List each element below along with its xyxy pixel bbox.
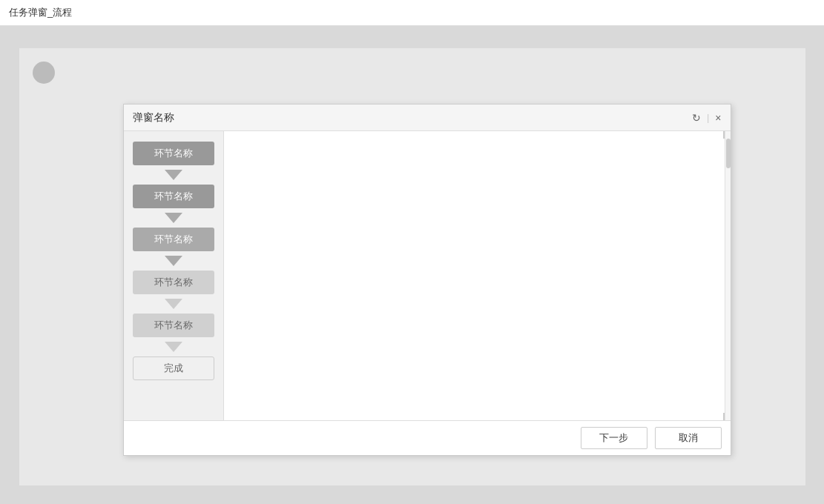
step-complete-button[interactable]: 完成 — [133, 357, 214, 380]
step-1-button[interactable]: 环节名称 — [133, 142, 214, 165]
dialog-header: 弹窗名称 ↻ | × — [124, 105, 731, 131]
cancel-label: 取消 — [679, 432, 698, 443]
arrow-1 — [165, 170, 182, 180]
next-label: 下一步 — [599, 432, 628, 443]
page-title-text: 任务弹窗_流程 — [9, 7, 72, 18]
step-complete-label: 完成 — [164, 362, 183, 375]
dialog-body: 环节名称 环节名称 环节名称 环节名称 — [124, 131, 731, 420]
next-button[interactable]: 下一步 — [581, 427, 647, 449]
step-2-button[interactable]: 环节名称 — [133, 185, 214, 208]
dialog-title: 弹窗名称 — [133, 111, 174, 125]
dialog-footer: 下一步 取消 — [124, 420, 731, 455]
cancel-button[interactable]: 取消 — [655, 427, 722, 449]
step-5-button[interactable]: 环节名称 — [133, 314, 214, 337]
step-panel: 环节名称 环节名称 环节名称 环节名称 — [124, 131, 224, 420]
refresh-icon[interactable]: ↻ — [692, 112, 701, 124]
arrow-5 — [165, 342, 182, 352]
step-4-label: 环节名称 — [154, 276, 193, 289]
step-3-button[interactable]: 环节名称 — [133, 228, 214, 251]
scroll-track[interactable] — [725, 131, 731, 420]
inner-canvas: 弹窗名称 ↻ | × 环节名称 环节名称 — [19, 48, 805, 485]
scroll-thumb[interactable] — [726, 139, 731, 168]
arrow-4 — [165, 299, 182, 309]
arrow-2 — [165, 213, 182, 223]
arrow-3 — [165, 256, 182, 266]
dialog-header-actions: ↻ | × — [692, 112, 722, 124]
canvas-area: 弹窗名称 ↻ | × 环节名称 环节名称 — [0, 26, 824, 504]
step-1-label: 环节名称 — [154, 147, 193, 160]
step-3-label: 环节名称 — [154, 233, 193, 246]
header-separator: | — [707, 112, 709, 123]
page-title: 任务弹窗_流程 — [0, 0, 824, 26]
circle-handle — [33, 62, 55, 84]
dialog: 弹窗名称 ↻ | × 环节名称 环节名称 — [123, 104, 731, 456]
content-area — [224, 131, 731, 420]
close-icon[interactable]: × — [715, 112, 721, 124]
step-4-button[interactable]: 环节名称 — [133, 271, 214, 294]
step-2-label: 环节名称 — [154, 190, 193, 203]
step-5-label: 环节名称 — [154, 319, 193, 332]
